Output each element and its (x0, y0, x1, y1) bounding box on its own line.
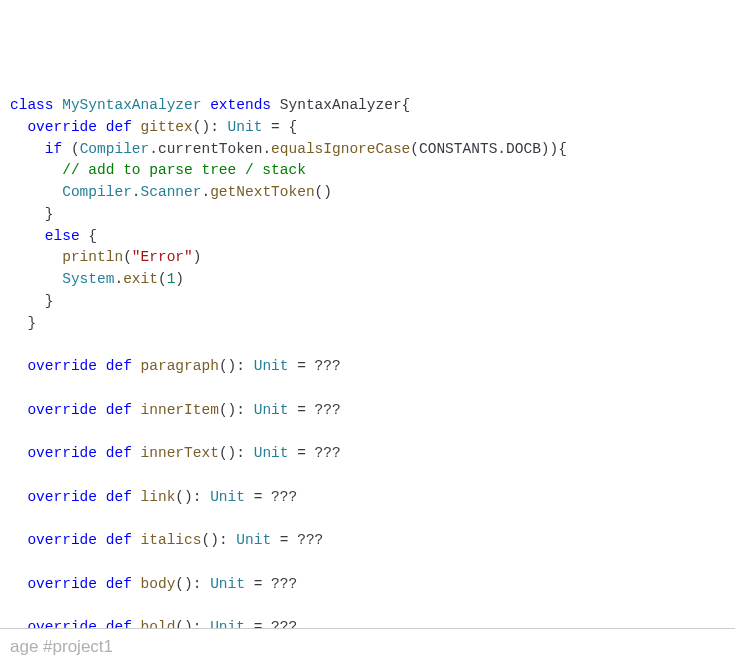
keyword-override: override (27, 445, 97, 461)
parens: () (201, 532, 218, 548)
constant: DOCB (506, 141, 541, 157)
colon: : (236, 402, 245, 418)
class-name: MySyntaxAnalyzer (62, 97, 201, 113)
brace: { (558, 141, 567, 157)
unimplemented: ??? (271, 489, 297, 505)
equals: = (297, 445, 306, 461)
keyword-override: override (27, 576, 97, 592)
colon: : (193, 489, 202, 505)
return-type: Unit (210, 576, 245, 592)
method-name: gittex (141, 119, 193, 135)
footer-text: age #project1 (10, 637, 113, 656)
equals: = (297, 358, 306, 374)
dot: . (149, 141, 158, 157)
comment: // add to parse tree / stack (62, 162, 306, 178)
brace: } (45, 206, 54, 222)
string-literal: "Error" (132, 249, 193, 265)
equals: = (254, 489, 263, 505)
method-name: link (141, 489, 176, 505)
method-call: getNextToken (210, 184, 314, 200)
unimplemented: ??? (315, 358, 341, 374)
colon: : (219, 532, 228, 548)
unimplemented: ??? (315, 445, 341, 461)
dot: . (497, 141, 506, 157)
method-name: body (141, 576, 176, 592)
unimplemented: ??? (297, 532, 323, 548)
equals: = (297, 402, 306, 418)
object-compiler: Compiler (80, 141, 150, 157)
keyword-def: def (106, 119, 132, 135)
brace: } (45, 293, 54, 309)
brace: { (88, 228, 97, 244)
keyword-class: class (10, 97, 54, 113)
keyword-def: def (106, 402, 132, 418)
parens: () (315, 184, 332, 200)
method-name: italics (141, 532, 202, 548)
keyword-extends: extends (210, 97, 271, 113)
keyword-override: override (27, 402, 97, 418)
keyword-if: if (45, 141, 62, 157)
keyword-def: def (106, 445, 132, 461)
paren: )) (541, 141, 558, 157)
equals: = (254, 576, 263, 592)
method-name: paragraph (141, 358, 219, 374)
return-type: Unit (254, 445, 289, 461)
keyword-override: override (27, 489, 97, 505)
colon: : (236, 358, 245, 374)
equals: = (280, 532, 289, 548)
equals: = (271, 119, 280, 135)
method-name: innerText (141, 445, 219, 461)
method-name: innerItem (141, 402, 219, 418)
dot: . (114, 271, 123, 287)
paren: ( (158, 271, 167, 287)
code-block: class MySyntaxAnalyzer extends SyntaxAna… (10, 95, 725, 639)
method-call: equalsIgnoreCase (271, 141, 410, 157)
colon: : (236, 445, 245, 461)
return-type: Unit (228, 119, 263, 135)
keyword-def: def (106, 358, 132, 374)
return-type: Unit (210, 489, 245, 505)
parens: () (175, 489, 192, 505)
keyword-else: else (45, 228, 80, 244)
brace: } (27, 315, 36, 331)
return-type: Unit (254, 402, 289, 418)
parent-class: SyntaxAnalyzer (280, 97, 402, 113)
method-exit: exit (123, 271, 158, 287)
paren: ( (123, 249, 132, 265)
paren: ) (175, 271, 184, 287)
object-scanner: Scanner (141, 184, 202, 200)
return-type: Unit (254, 358, 289, 374)
keyword-override: override (27, 119, 97, 135)
brace: { (402, 97, 411, 113)
keyword-def: def (106, 576, 132, 592)
parens: () (193, 119, 210, 135)
unimplemented: ??? (315, 402, 341, 418)
colon: : (193, 576, 202, 592)
dot: . (132, 184, 141, 200)
parens: () (175, 576, 192, 592)
brace: { (289, 119, 298, 135)
unimplemented: ??? (271, 576, 297, 592)
property: currentToken (158, 141, 262, 157)
parens: () (219, 358, 236, 374)
constant: CONSTANTS (419, 141, 497, 157)
object-compiler: Compiler (62, 184, 132, 200)
colon: : (210, 119, 219, 135)
paren: ( (71, 141, 80, 157)
dot: . (201, 184, 210, 200)
method-println: println (62, 249, 123, 265)
keyword-override: override (27, 358, 97, 374)
dot: . (262, 141, 271, 157)
object-system: System (62, 271, 114, 287)
keyword-def: def (106, 489, 132, 505)
parens: () (219, 445, 236, 461)
keyword-override: override (27, 532, 97, 548)
return-type: Unit (236, 532, 271, 548)
paren: ) (193, 249, 202, 265)
keyword-def: def (106, 532, 132, 548)
paren: ( (410, 141, 419, 157)
footer-bar: age #project1 (0, 628, 735, 665)
parens: () (219, 402, 236, 418)
